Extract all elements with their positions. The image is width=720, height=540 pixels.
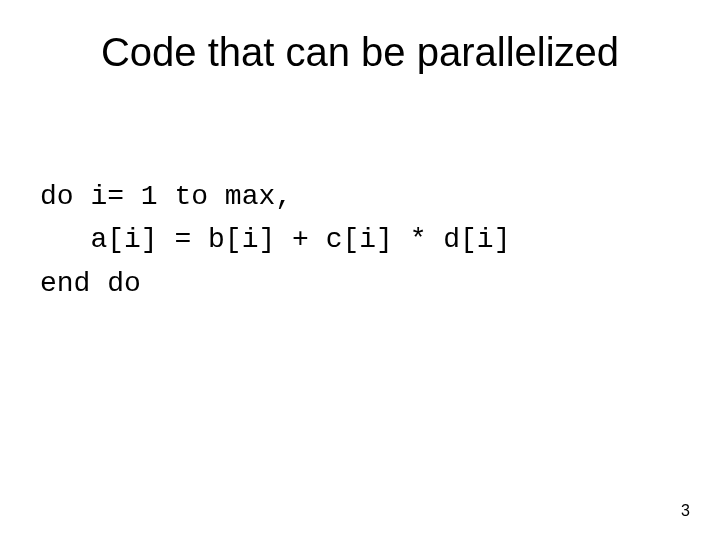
- code-line-3: end do: [40, 268, 141, 299]
- code-block: do i= 1 to max, a[i] = b[i] + c[i] * d[i…: [40, 175, 510, 305]
- code-line-2: a[i] = b[i] + c[i] * d[i]: [40, 224, 510, 255]
- slide: Code that can be parallelized do i= 1 to…: [0, 0, 720, 540]
- slide-title: Code that can be parallelized: [0, 30, 720, 75]
- page-number: 3: [681, 502, 690, 520]
- code-line-1: do i= 1 to max,: [40, 181, 292, 212]
